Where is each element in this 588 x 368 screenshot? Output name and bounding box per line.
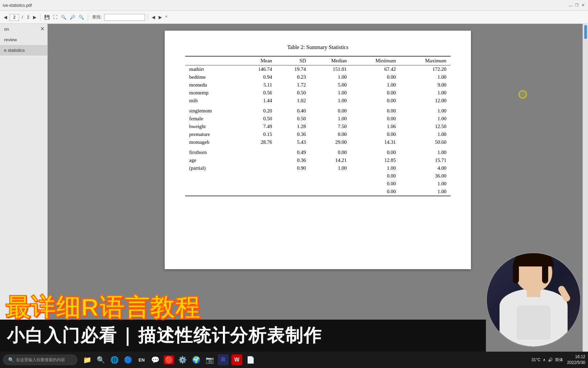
cell-sd [276, 188, 310, 196]
save-button[interactable]: 💾 [43, 14, 51, 20]
cursor-circle [519, 90, 527, 98]
table-row: momageb28.765.4329.0014.3150.60 [185, 138, 451, 146]
sidebar-item-review[interactable]: review [0, 34, 47, 45]
sidebar-item-statistics[interactable]: e statistics [0, 45, 47, 56]
taskbar-icon-app3[interactable]: ⚙️ [177, 354, 188, 365]
page-number-input[interactable] [10, 14, 19, 21]
cell-name: premature [185, 131, 238, 138]
cell-mean: 0.20 [238, 105, 276, 115]
table-row: bweight7.491.287.501.0612.50 [185, 123, 451, 131]
cell-name: momageb [185, 138, 238, 146]
cell-sd: 19.74 [276, 65, 310, 74]
cell-median [310, 180, 351, 188]
title-bar-filename: ive-statistics.pdf [3, 3, 568, 8]
taskbar-icon-app7[interactable]: 📄 [245, 354, 256, 365]
cell-median: 0.00 [310, 105, 351, 115]
toolbar: ◀ / 2 ▶ 💾 ⛶ 🔍 🔎 🔍 查找: ◀ ▶ ᴬ [0, 11, 588, 24]
cell-min: 0.00 [351, 146, 400, 156]
cell-min: 0.00 [351, 180, 400, 188]
taskbar-icon-search[interactable]: 🔍 [95, 354, 106, 365]
cell-sd: 0.50 [276, 115, 310, 123]
search-input[interactable] [104, 14, 145, 21]
time-display: 16:12 [567, 354, 585, 360]
table-row: age0.3614.2112.8515.71 [185, 156, 451, 164]
taskbar-icon-app2[interactable]: 🔴 [163, 354, 174, 365]
taskbar-icon-file-explorer[interactable]: 📁 [82, 354, 93, 365]
cell-name: firstborn [185, 146, 238, 156]
toolbar-separator-3 [148, 14, 148, 21]
cell-median: 7.50 [310, 123, 351, 131]
cell-name: mathirt [185, 65, 238, 74]
col-header-median: Median [310, 56, 351, 65]
taskbar-icon-app6[interactable]: W [231, 354, 242, 365]
minimize-button[interactable]: — [568, 3, 573, 8]
cell-mean [238, 146, 276, 156]
table-header-row: Mean SD Median Minimum Maximum [185, 56, 451, 65]
cell-min: 0.00 [351, 89, 400, 97]
cell-mean: 5.11 [238, 81, 276, 89]
table-row: singlemom0.200.400.000.001.00 [185, 105, 451, 115]
cell-median: 0.00 [310, 146, 351, 156]
cell-sd: 0.49 [276, 146, 310, 156]
taskbar-clock: 16:12 2022/5/30 [567, 354, 585, 366]
font-button[interactable]: ᴬ [164, 14, 168, 20]
cell-median [310, 188, 351, 196]
cell-min: 0.00 [351, 115, 400, 123]
cell-max: 36.00 [400, 172, 451, 180]
table-title: Table 2: Summary Statistics [185, 44, 451, 50]
zoom-out-button[interactable]: 🔍 [60, 14, 67, 20]
nav-prev-button[interactable]: ◀ [151, 14, 156, 20]
stats-table: Mean SD Median Minimum Maximum mathirt14… [185, 56, 451, 196]
cell-sd: 1.28 [276, 123, 310, 131]
table-row: momemp0.560.501.000.001.00 [185, 89, 451, 97]
cell-min: 0.00 [351, 188, 400, 196]
nav-next-button[interactable]: ▶ [158, 14, 163, 20]
banner-top: 最详细R语言教程 [0, 292, 486, 320]
cell-sd: 1.72 [276, 81, 310, 89]
page-separator: / [20, 14, 24, 20]
cell-min: 0.00 [351, 105, 400, 115]
cell-median: 1.00 [310, 89, 351, 97]
sidebar-item-label: review [4, 37, 17, 42]
cell-min: 0.00 [351, 131, 400, 138]
zoom-in-button[interactable]: 🔎 [69, 14, 76, 20]
taskbar-icon-edge[interactable]: 🌐 [109, 354, 120, 365]
restore-button[interactable]: ❐ [574, 3, 579, 8]
cell-mean [238, 172, 276, 180]
volume-icon[interactable]: 🔊 [548, 357, 553, 362]
cell-name [185, 188, 238, 196]
table-row: mathirt146.7419.74151.0167.42172.20 [185, 65, 451, 74]
taskbar-icon-app4[interactable]: 🌍 [191, 354, 201, 365]
cell-name: female [185, 115, 238, 123]
cursor-indicator [519, 90, 527, 98]
taskbar-search[interactable]: 🔍 在这里输入你要搜索的内容 [3, 354, 78, 365]
search-button[interactable]: 🔍 [78, 14, 85, 20]
prev-page-button[interactable]: ◀ [3, 14, 8, 20]
cell-max: 1.00 [400, 73, 451, 81]
scrollbar[interactable] [583, 24, 588, 352]
cell-median: 14.21 [310, 156, 351, 164]
taskbar-icon-app5[interactable]: 📷 [204, 354, 215, 365]
cell-max: 50.60 [400, 138, 451, 146]
close-button[interactable]: ✕ [581, 3, 585, 8]
cell-median: 5.00 [310, 81, 351, 89]
sidebar-close-button[interactable]: ✕ [40, 26, 45, 32]
pdf-page: Table 2: Summary Statistics Mean SD Medi… [165, 31, 471, 269]
fullscreen-button[interactable]: ⛶ [52, 14, 59, 20]
cell-sd: 0.40 [276, 105, 310, 115]
cell-name: momedu [185, 81, 238, 89]
taskbar-icon-chrome[interactable]: 🔵 [122, 354, 133, 365]
cell-median [310, 172, 351, 180]
next-page-button[interactable]: ▶ [32, 14, 37, 20]
taskbar-icon-app1[interactable]: 💬 [150, 354, 161, 365]
cell-median: 1.00 [310, 115, 351, 123]
cell-mean: 28.76 [238, 138, 276, 146]
taskbar-icon-en[interactable]: EN [136, 354, 147, 365]
col-header-sd: SD [276, 56, 310, 65]
cell-max: 1.00 [400, 89, 451, 97]
date-display: 2022/5/30 [567, 360, 585, 366]
cell-median: 151.01 [310, 65, 351, 74]
cell-sd: 0.90 [276, 164, 310, 172]
cell-mean [238, 164, 276, 172]
taskbar-icon-r[interactable]: R [218, 354, 229, 365]
